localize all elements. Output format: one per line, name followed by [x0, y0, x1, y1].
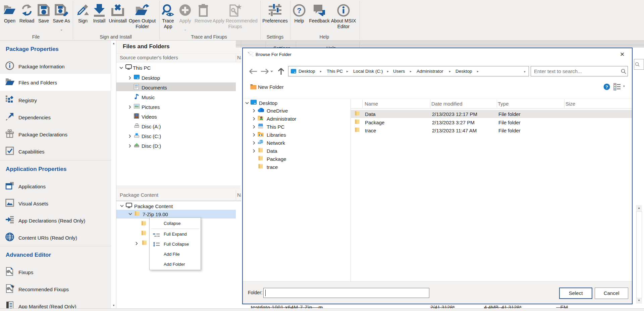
- svg-text:?: ?: [605, 84, 608, 89]
- svg-text:?: ?: [297, 6, 301, 15]
